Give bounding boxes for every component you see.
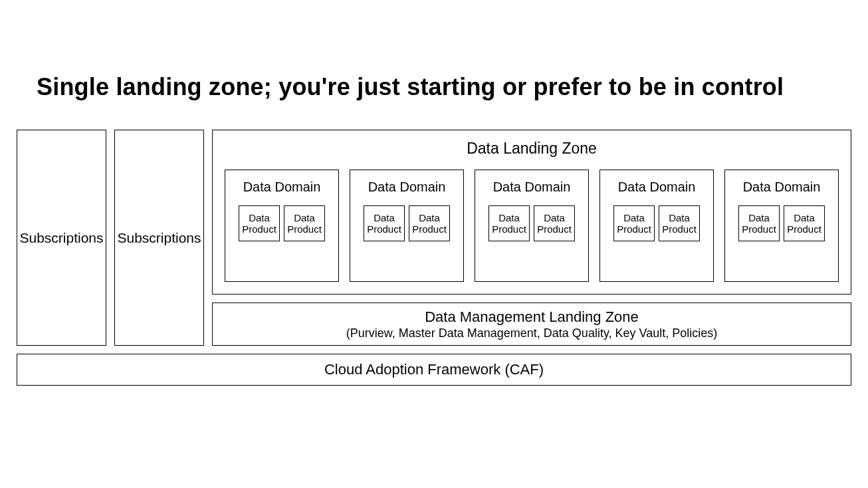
- architecture-diagram: Subscriptions Subscriptions Data Landing…: [17, 130, 851, 386]
- domain-title: Data Domain: [618, 180, 696, 195]
- data-product: Data Product: [738, 205, 780, 241]
- data-product: Data Product: [613, 205, 655, 241]
- data-product: Data Product: [409, 205, 450, 241]
- cloud-adoption-framework: Cloud Adoption Framework (CAF): [17, 354, 851, 386]
- domain-title: Data Domain: [493, 180, 571, 195]
- data-domain-4: Data Domain Data Product Data Product: [599, 170, 714, 282]
- data-product: Data Product: [784, 205, 825, 241]
- data-product: Data Product: [364, 205, 405, 241]
- data-landing-zone: Data Landing Zone Data Domain Data Produ…: [212, 130, 851, 295]
- products-row: Data Product Data Product: [605, 205, 708, 241]
- data-product: Data Product: [239, 205, 280, 241]
- data-domain-3: Data Domain Data Product Data Product: [475, 170, 589, 282]
- products-row: Data Product Data Product: [231, 205, 333, 241]
- subscriptions-box-1: Subscriptions: [17, 130, 106, 346]
- dlz-title: Data Landing Zone: [225, 140, 839, 158]
- domain-title: Data Domain: [368, 180, 446, 195]
- domain-title: Data Domain: [243, 180, 321, 195]
- subscriptions-box-2: Subscriptions: [114, 130, 204, 346]
- data-domain-5: Data Domain Data Product Data Product: [724, 170, 839, 282]
- products-row: Data Product Data Product: [356, 205, 458, 241]
- data-management-landing-zone: Data Management Landing Zone (Purview, M…: [212, 303, 851, 346]
- data-domain-2: Data Domain Data Product Data Product: [350, 170, 464, 282]
- data-product: Data Product: [488, 205, 530, 241]
- data-product: Data Product: [659, 205, 700, 241]
- domain-title: Data Domain: [743, 180, 821, 195]
- domains-row: Data Domain Data Product Data Product Da…: [225, 170, 839, 282]
- top-row: Subscriptions Subscriptions Data Landing…: [17, 130, 851, 346]
- right-column: Data Landing Zone Data Domain Data Produ…: [212, 130, 851, 346]
- data-product: Data Product: [534, 205, 575, 241]
- dmlz-subtitle: (Purview, Master Data Management, Data Q…: [346, 326, 718, 340]
- page-title: Single landing zone; you're just startin…: [37, 73, 784, 101]
- products-row: Data Product Data Product: [481, 205, 583, 241]
- dmlz-title: Data Management Landing Zone: [425, 308, 639, 326]
- data-product: Data Product: [284, 205, 325, 241]
- products-row: Data Product Data Product: [730, 205, 833, 241]
- data-domain-1: Data Domain Data Product Data Product: [225, 170, 339, 282]
